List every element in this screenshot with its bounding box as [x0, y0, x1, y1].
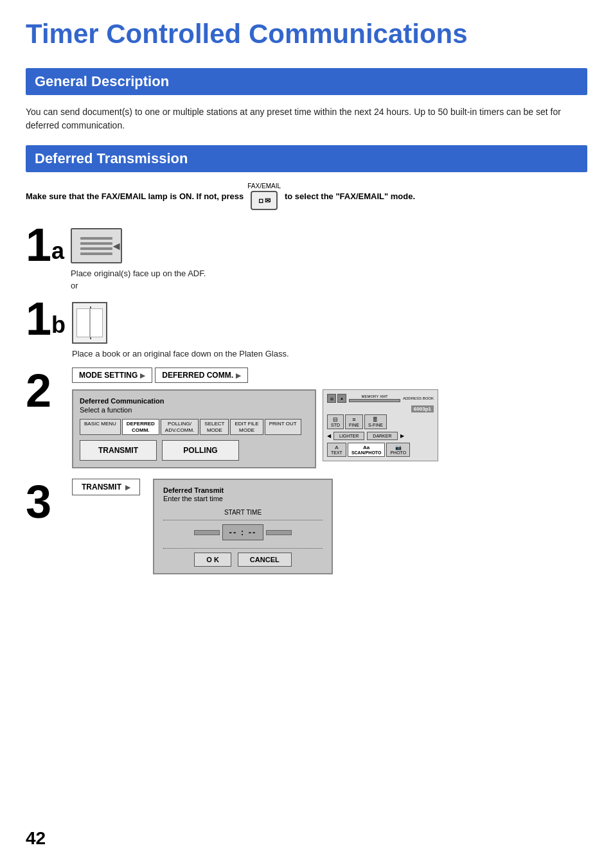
page-number: 42 [26, 828, 46, 849]
fax-address-label-group: ADDRESS BOOK [403, 396, 434, 400]
fax-lighter-button[interactable]: LIGHTER [333, 432, 364, 440]
lcd3-buttons: O K CANCEL [163, 553, 323, 567]
fax-6003-display: 6003p1 [411, 405, 434, 412]
fax-lighter-darker-row: ◀ LIGHTER DARKER ▶ [327, 432, 434, 440]
fax-mem-label-group: MEMORY XMT [349, 394, 400, 402]
std-icon: ⊟ [333, 416, 338, 423]
platen-book-icon [72, 302, 107, 344]
paper-lines [80, 237, 112, 255]
lcd-tab-basic[interactable]: BASIC MENU [80, 419, 121, 435]
step3-transmit-label: TRANSMIT [82, 483, 121, 492]
text-icon: A [331, 445, 342, 450]
adf-arrow: ◄ [111, 239, 122, 252]
fax-machine-panel: ⊞ ▲ MEMORY XMT ADDRESS BOOK [323, 389, 438, 461]
lcd-transmit-button[interactable]: TRANSMIT [80, 440, 157, 461]
fax-grid-icon: ⊞ [327, 394, 336, 403]
fax-fine-button[interactable]: ≡ FINE [345, 414, 363, 429]
step-1b-sub: b [51, 314, 66, 337]
lcd-tab-polling[interactable]: POLLING/ADV.COMM. [161, 419, 199, 435]
fax-scanphoto-button[interactable]: Aa SCAN/PHOTO [348, 443, 386, 457]
lcd3-time-display: -- : -- [163, 524, 323, 540]
cursor-icon: ▶ [140, 372, 145, 379]
deferred-transmission-section: Deferred Transmission Make sure that the… [26, 145, 587, 574]
page-title: Timer Controlled Communications [26, 19, 587, 49]
lcd3-right-bar [266, 530, 292, 535]
or-text: or [71, 281, 206, 290]
fax-icon-symbol: 🗆✉ [258, 197, 271, 205]
paper-line [80, 247, 112, 250]
step3-transmit-button[interactable]: TRANSMIT ▶ [72, 479, 140, 495]
step-2-number: 2 [26, 368, 51, 414]
photo-label: PHOTO [390, 450, 406, 455]
fax-top-row: ⊞ ▲ MEMORY XMT ADDRESS BOOK [327, 394, 434, 403]
step3-left: TRANSMIT ▶ [72, 479, 140, 495]
sfine-icon: ≣ [373, 416, 378, 423]
step2-buttons-row: MODE SETTING ▶ DEFERRED COMM. ▶ [72, 368, 587, 383]
book-page-left [76, 308, 90, 337]
sfine-label: S-FINE [368, 423, 383, 427]
step3-row: TRANSMIT ▶ Deferred Transmit Enter the s… [72, 479, 587, 574]
lcd3-time-box: -- : -- [222, 524, 264, 540]
deferred-transmission-header: Deferred Transmission [26, 145, 587, 172]
text-label: TEXT [331, 450, 342, 455]
fax-mem-label: MEMORY XMT [349, 394, 400, 398]
step2-screen-row: Deferred Communication Select a function… [72, 389, 587, 468]
fax-label-text: FAX/EMAIL [247, 182, 281, 190]
lcd3-divider [163, 520, 323, 520]
fine-icon: ≡ [352, 416, 355, 423]
fax-mem-bar [349, 399, 400, 402]
cursor-icon-2: ▶ [236, 372, 241, 379]
lcd2-title: Deferred Communication [80, 397, 308, 405]
lcd-polling-button[interactable]: POLLING [162, 440, 239, 461]
fax-darker-button[interactable]: DARKER [367, 432, 397, 440]
fax-triangle-icon: ▲ [337, 394, 346, 403]
step-1b-number: 1 [26, 296, 51, 342]
deferred-comm-label: DEFERRED COMM. [162, 371, 233, 380]
lcd3-time-value: -- : -- [229, 527, 257, 537]
lcd-tab-deferred[interactable]: DEFERREDCOMM. [122, 419, 159, 435]
scanphoto-label: SCAN/PHOTO [351, 450, 382, 455]
lcd-panel-step2: Deferred Communication Select a function… [72, 389, 316, 468]
lcd-tab-editfile[interactable]: EDIT FILEMODE [230, 419, 263, 435]
paper-line [80, 237, 112, 240]
fax-photo-button[interactable]: 📷 PHOTO [386, 443, 410, 457]
fax-indicators: ⊞ ▲ [327, 394, 346, 403]
general-description-header: General Description [26, 68, 587, 95]
scanphoto-icon: Aa [351, 445, 382, 450]
fine-label: FINE [349, 423, 359, 427]
general-description-section: General Description You can send documen… [26, 68, 587, 132]
lcd3-subtitle: Enter the start time [163, 495, 323, 502]
fax-instruction-post: to select the "FAX/EMAIL" mode. [285, 191, 415, 201]
lcd3-divider2 [163, 548, 323, 549]
lcd-tab-printout[interactable]: PRINT OUT [265, 419, 301, 435]
lcd3-cancel-button[interactable]: CANCEL [238, 553, 292, 567]
lcd3-title: Deferred Transmit [163, 486, 323, 494]
step-3-number: 3 [26, 479, 51, 525]
fax-sfine-button[interactable]: ≣ S-FINE [364, 414, 387, 429]
general-description-body: You can send document(s) to one or multi… [26, 105, 587, 132]
fax-email-instruction: Make sure that the FAX/EMAIL lamp is ON.… [26, 182, 587, 210]
step-1a-number: 1 [26, 222, 51, 268]
std-label: STD [331, 423, 340, 427]
fax-right-arrow: ▶ [400, 433, 404, 439]
adf-paper-icon: ◄ [71, 228, 122, 263]
deferred-comm-button[interactable]: DEFERRED COMM. ▶ [155, 368, 248, 383]
fax-6003-row: 6003p1 [327, 405, 434, 412]
fax-mode-row: A TEXT Aa SCAN/PHOTO 📷 PHOTO [327, 443, 434, 457]
lcd2-tabs: BASIC MENU DEFERREDCOMM. POLLING/ADV.COM… [80, 419, 308, 435]
fax-instruction-pre: Make sure that the FAX/EMAIL lamp is ON.… [26, 191, 244, 201]
fax-std-button[interactable]: ⊟ STD [327, 414, 344, 429]
book-page-right [90, 308, 103, 337]
lcd-panel-step3: Deferred Transmit Enter the start time S… [153, 479, 333, 574]
lcd-tab-select[interactable]: SELECTMODE [200, 419, 229, 435]
paper-line [80, 242, 112, 245]
mode-setting-button[interactable]: MODE SETTING ▶ [72, 368, 152, 383]
fax-text-button[interactable]: A TEXT [327, 443, 346, 457]
lcd3-ok-button[interactable]: O K [194, 553, 231, 567]
fax-button-wrapper: FAX/EMAIL 🗆✉ [247, 182, 281, 210]
mode-setting-label: MODE SETTING [79, 371, 138, 380]
lcd2-buttons: TRANSMIT POLLING [80, 440, 308, 461]
step-1a-caption: Place original(s) face up on the ADF. [71, 269, 206, 278]
step-1b-caption: Place a book or an original face down on… [72, 349, 289, 359]
step-1a-sub: a [51, 240, 64, 263]
